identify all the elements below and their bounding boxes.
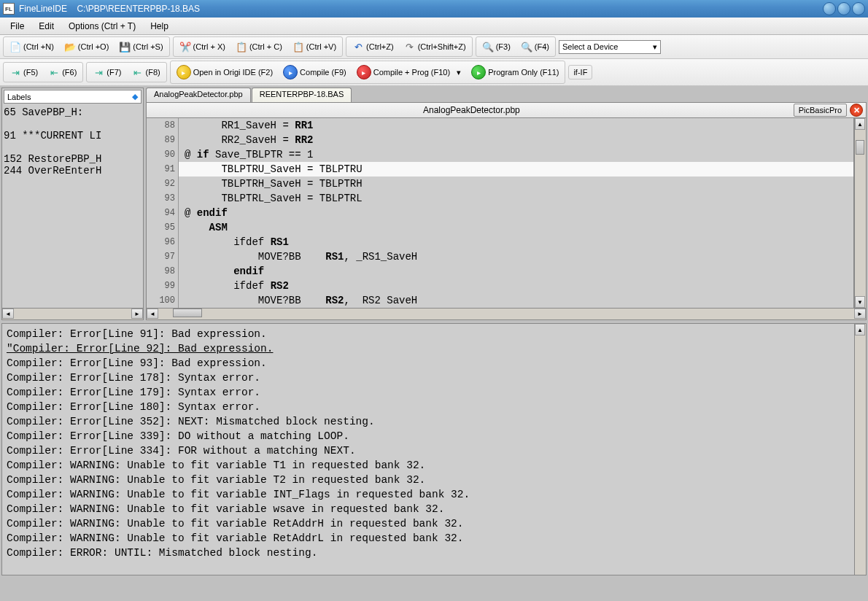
line-gutter: 888990919293949596979899100 xyxy=(147,118,179,308)
code-area[interactable]: 888990919293949596979899100 RR1_SaveH = … xyxy=(146,118,867,309)
open-ide-icon: ▸ xyxy=(177,65,191,80)
chevron-down-icon: ◆ xyxy=(132,92,138,101)
open-ide-button[interactable]: ▸Open in Origi IDE (F2) xyxy=(172,62,277,82)
editor-h-scrollbar[interactable]: ◄ ► xyxy=(146,309,867,320)
compile-icon: ▸ xyxy=(283,65,298,80)
workspace: Labels◆ 65 SavePBP_H: 91 ***CURRENT LI 1… xyxy=(0,86,868,322)
if-label: if-IF xyxy=(568,65,592,80)
compile-button[interactable]: ▸Compile (F9) xyxy=(279,62,351,82)
output-panel: Compiler: Error[Line 91]: Bad expression… xyxy=(1,323,867,575)
code-text[interactable]: RR1_SaveH = RR1 RR2_SaveH = RR2@ if Save… xyxy=(179,118,853,308)
scroll-left-button[interactable]: ◄ xyxy=(2,309,14,319)
app-title: FineLineIDE C:\PBP\REENTERPBP-18.BAS xyxy=(19,4,200,14)
left-h-scrollbar[interactable]: ◄ ► xyxy=(2,308,143,319)
compile-prog-icon: ▸ xyxy=(357,65,371,80)
align2-icon: ⇤ xyxy=(132,66,144,78)
search-icon: 🔍 xyxy=(482,41,494,53)
menu-help[interactable]: Help xyxy=(143,18,176,34)
indent-f5-button[interactable]: ⇥(F5) xyxy=(5,63,42,81)
editor-header: AnalogPeakDetector.pbp PicBasicPro ✕ xyxy=(146,102,867,118)
redo-icon: ↷ xyxy=(404,41,416,53)
paste-icon: 📋 xyxy=(292,41,304,53)
menubar: File Edit Options (Ctrl + T) Help xyxy=(0,18,868,35)
copy-icon: 📋 xyxy=(236,41,247,53)
left-panel: Labels◆ 65 SavePBP_H: 91 ***CURRENT LI 1… xyxy=(1,88,144,320)
menu-edit[interactable]: Edit xyxy=(31,18,61,34)
f7-button[interactable]: ⇥(F7) xyxy=(88,63,125,81)
chevron-down-icon: ▾ xyxy=(653,42,657,52)
align-icon: ⇥ xyxy=(93,66,104,78)
app-icon: FL xyxy=(3,3,15,15)
maximize-button[interactable] xyxy=(837,2,850,15)
undo-button[interactable]: ↶(Ctrl+Z) xyxy=(348,38,398,55)
paste-button[interactable]: 📋(Ctrl +V) xyxy=(288,38,341,55)
minimize-button[interactable] xyxy=(823,2,836,15)
scroll-left-button[interactable]: ◄ xyxy=(147,309,158,319)
language-badge[interactable]: PicBasicPro xyxy=(794,104,847,117)
chevron-down-icon[interactable]: ▾ xyxy=(457,68,461,77)
indent-icon: ⇥ xyxy=(9,66,21,78)
scroll-down-button[interactable]: ▼ xyxy=(855,296,865,308)
tab-reenterpbp[interactable]: REENTERPBP-18.BAS xyxy=(252,88,352,102)
find-next-button[interactable]: 🔍(F4) xyxy=(516,38,554,55)
device-select[interactable]: Select a Device▾ xyxy=(559,40,661,54)
labels-dropdown[interactable]: Labels◆ xyxy=(4,90,142,104)
redo-button[interactable]: ↷(Ctrl+Shift+Z) xyxy=(400,38,470,55)
file-tabs: AnalogPeakDetector.pbp REENTERPBP-18.BAS xyxy=(146,88,867,102)
undo-icon: ↶ xyxy=(352,41,364,53)
menu-file[interactable]: File xyxy=(3,18,31,34)
open-icon: 📂 xyxy=(64,41,76,53)
compile-prog-button[interactable]: ▸Compile + Prog (F10) ▾ xyxy=(352,62,466,82)
program-only-button[interactable]: ▸Program Only (F11) xyxy=(467,62,563,82)
outdent-icon: ⇤ xyxy=(48,66,60,78)
program-icon: ▸ xyxy=(471,65,486,80)
menu-options[interactable]: Options (Ctrl + T) xyxy=(61,18,143,34)
search-next-icon: 🔍 xyxy=(521,41,532,53)
scroll-thumb[interactable] xyxy=(173,309,202,317)
scroll-right-button[interactable]: ► xyxy=(854,309,866,319)
save-icon: 💾 xyxy=(119,41,131,53)
titlebar: FL FineLineIDE C:\PBP\REENTERPBP-18.BAS xyxy=(0,0,868,18)
cut-button[interactable]: ✂️(Ctrl + X) xyxy=(175,38,230,55)
open-button[interactable]: 📂(Ctrl +O) xyxy=(60,38,113,55)
close-tab-button[interactable]: ✕ xyxy=(850,104,863,117)
toolbar-1: 📄(Ctrl +N) 📂(Ctrl +O) 💾(Ctrl +S) ✂️(Ctrl… xyxy=(0,35,868,59)
tab-analogpeak[interactable]: AnalogPeakDetector.pbp xyxy=(146,88,251,102)
save-button[interactable]: 💾(Ctrl +S) xyxy=(115,38,167,55)
scroll-up-button[interactable]: ▲ xyxy=(855,324,865,336)
scroll-up-button[interactable]: ▲ xyxy=(855,118,865,130)
copy-button[interactable]: 📋(Ctrl + C) xyxy=(231,38,287,55)
editor-panel: AnalogPeakDetector.pbp REENTERPBP-18.BAS… xyxy=(146,88,867,320)
find-button[interactable]: 🔍(F3) xyxy=(478,38,515,55)
compiler-output[interactable]: Compiler: Error[Line 91]: Bad expression… xyxy=(2,324,854,575)
scroll-thumb[interactable] xyxy=(856,140,864,155)
output-v-scrollbar[interactable]: ▲ xyxy=(854,324,866,575)
new-button[interactable]: 📄(Ctrl +N) xyxy=(5,38,58,55)
scroll-right-button[interactable]: ► xyxy=(131,309,143,319)
f8-button[interactable]: ⇤(F8) xyxy=(128,63,165,81)
editor-filename: AnalogPeakDetector.pbp xyxy=(150,105,794,115)
editor-v-scrollbar[interactable]: ▲ ▼ xyxy=(854,118,866,308)
cut-icon: ✂️ xyxy=(179,41,191,53)
toolbar-2: ⇥(F5) ⇤(F6) ⇥(F7) ⇤(F8) ▸Open in Origi I… xyxy=(0,59,868,86)
new-icon: 📄 xyxy=(9,41,21,53)
outdent-f6-button[interactable]: ⇤(F6) xyxy=(44,63,81,81)
close-window-button[interactable] xyxy=(852,2,865,15)
labels-list[interactable]: 65 SavePBP_H: 91 ***CURRENT LI 152 Resto… xyxy=(2,105,143,308)
